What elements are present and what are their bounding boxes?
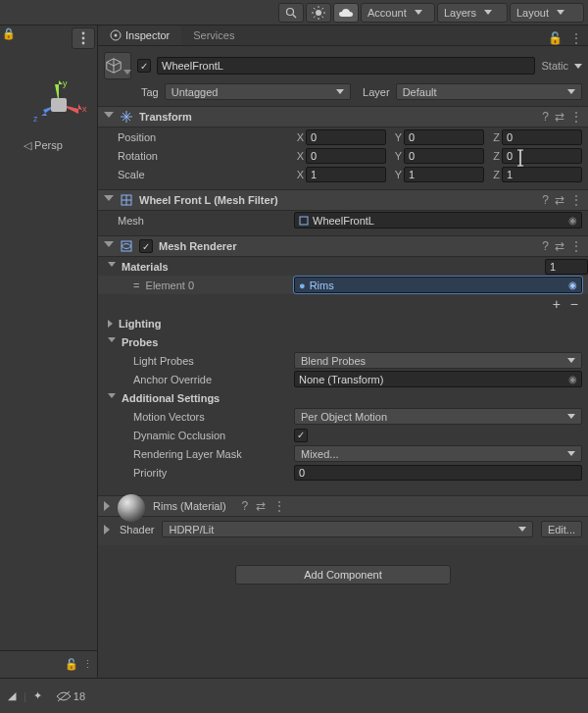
gameobject-icon[interactable]	[104, 52, 131, 79]
account-dropdown[interactable]: Account	[361, 3, 435, 23]
tool-icon[interactable]: ✦	[30, 689, 46, 702]
tab-bar: Inspector Services 🔓 ⋮	[98, 25, 588, 46]
mesh-row: Mesh WheelFrontL◉	[98, 211, 588, 229]
lighting-foldout[interactable]: Lighting	[98, 314, 588, 332]
material-preview-icon	[118, 494, 145, 522]
tag-dropdown[interactable]: Untagged	[165, 83, 351, 100]
svg-point-12	[82, 37, 85, 40]
priority-input[interactable]: 0	[294, 465, 582, 481]
lock-icon[interactable]: 🔓	[65, 658, 78, 671]
help-icon[interactable]: ?	[542, 110, 549, 124]
scale-x-input[interactable]: 1	[306, 167, 386, 182]
svg-point-13	[82, 42, 85, 45]
meshrenderer-enable-checkbox[interactable]: ✓	[139, 239, 153, 253]
renderinglayermask-row: Rendering Layer Mask Mixed...	[98, 444, 588, 463]
material-header[interactable]: Rims (Material) ? ⇄ ⋮	[98, 495, 588, 517]
shader-dropdown[interactable]: HDRP/Lit	[162, 521, 532, 537]
meshrenderer-header[interactable]: ✓ Mesh Renderer ? ⇄ ⋮	[98, 235, 588, 257]
shader-edit-button[interactable]: Edit...	[541, 521, 582, 537]
rotation-y-input[interactable]: 0	[404, 148, 484, 164]
orientation-gizmo[interactable]: y x z	[29, 75, 88, 133]
preset-icon[interactable]: ⇄	[555, 193, 564, 207]
active-checkbox[interactable]: ✓	[137, 59, 151, 73]
svg-text:x: x	[82, 104, 87, 114]
hidden-count[interactable]: 18	[56, 690, 85, 702]
rotation-x-input[interactable]: 0	[306, 148, 386, 164]
scale-row: Scale X1 Y1 Z1	[98, 165, 588, 183]
svg-point-22	[115, 34, 118, 37]
inspector-panel: Inspector Services 🔓 ⋮ ✓ WheelFrontL Sta…	[98, 25, 588, 678]
rotation-z-input[interactable]: 0	[502, 148, 582, 164]
motionvectors-dropdown[interactable]: Per Object Motion	[294, 408, 582, 425]
layout-dropdown[interactable]: Layout	[510, 3, 584, 23]
component-menu-icon[interactable]: ⋮	[273, 499, 285, 513]
meshfilter-title: Wheel Front L (Mesh Filter)	[139, 194, 278, 206]
layer-dropdown[interactable]: Default	[396, 83, 582, 100]
material-content: Shader HDRP/Lit Edit...	[98, 517, 588, 545]
preset-icon[interactable]: ⇄	[256, 499, 266, 513]
anchoroverride-row: Anchor Override None (Transform)◉	[98, 370, 588, 388]
position-x-input[interactable]: 0	[306, 129, 386, 145]
main-toolbar: Account Layers Layout	[0, 0, 588, 25]
mesh-field[interactable]: WheelFrontL◉	[294, 212, 582, 229]
component-menu-icon[interactable]: ⋮	[570, 110, 582, 124]
help-icon[interactable]: ?	[542, 193, 549, 207]
static-dropdown-icon[interactable]	[574, 64, 582, 69]
shader-label: Shader	[120, 524, 154, 535]
anchoroverride-field[interactable]: None (Transform)◉	[294, 371, 582, 387]
component-menu-icon[interactable]: ⋮	[570, 193, 582, 207]
scale-z-input[interactable]: 1	[502, 167, 582, 182]
panel-menu-icon[interactable]: ⋮	[570, 31, 582, 45]
object-picker-icon[interactable]: ◉	[568, 215, 577, 226]
lock-panel-icon[interactable]: 🔓	[548, 31, 563, 45]
tool-icon[interactable]: ◢	[4, 689, 20, 702]
object-picker-icon[interactable]: ◉	[568, 374, 577, 384]
materials-foldout[interactable]: Materials 1	[98, 257, 588, 276]
svg-text:y: y	[63, 78, 68, 88]
add-component-button[interactable]: Add Component	[235, 565, 451, 585]
scene-menu-icon[interactable]	[72, 27, 95, 49]
additional-foldout[interactable]: Additional Settings	[98, 388, 588, 407]
object-picker-icon[interactable]: ◉	[568, 280, 577, 290]
scale-y-input[interactable]: 1	[404, 167, 484, 182]
object-name-input[interactable]: WheelFrontL	[157, 57, 535, 75]
position-y-input[interactable]: 0	[404, 129, 484, 145]
help-icon[interactable]: ?	[542, 239, 549, 253]
lighting-icon[interactable]	[306, 3, 331, 23]
position-z-input[interactable]: 0	[502, 129, 582, 145]
svg-rect-20	[51, 98, 67, 112]
materials-count-input[interactable]: 1	[545, 259, 588, 275]
object-header: ✓ WheelFrontL Static	[98, 46, 588, 81]
preset-icon[interactable]: ⇄	[555, 239, 564, 253]
transform-icon	[120, 110, 133, 124]
cloud-icon[interactable]	[333, 3, 359, 23]
tab-inspector[interactable]: Inspector	[98, 25, 181, 45]
remove-material-icon[interactable]: −	[570, 296, 578, 312]
component-menu-icon[interactable]: ⋮	[570, 239, 582, 253]
material-element0-field[interactable]: ●Rims◉	[294, 277, 582, 293]
menu-icon[interactable]: ⋮	[82, 658, 93, 671]
projection-label[interactable]: ◁ Persp	[24, 139, 63, 152]
help-icon[interactable]: ?	[242, 499, 249, 513]
scene-view[interactable]: y x z ◁ Persp 🔒	[0, 25, 98, 650]
motionvectors-row: Motion Vectors Per Object Motion	[98, 407, 588, 426]
lightprobes-row: Light Probes Blend Probes	[98, 351, 588, 370]
search-icon[interactable]	[278, 3, 304, 23]
tag-label: Tag	[141, 86, 159, 98]
meshrenderer-title: Mesh Renderer	[159, 240, 236, 252]
layers-dropdown[interactable]: Layers	[437, 3, 508, 23]
renderinglayermask-dropdown[interactable]: Mixed...	[294, 445, 582, 462]
svg-line-10	[314, 16, 316, 18]
svg-line-1	[293, 15, 296, 18]
add-material-icon[interactable]: +	[553, 296, 561, 312]
lock-icon[interactable]: 🔒	[2, 27, 16, 40]
lightprobes-dropdown[interactable]: Blend Probes	[294, 352, 582, 369]
dynamicocclusion-checkbox[interactable]: ✓	[294, 429, 308, 442]
probes-foldout[interactable]: Probes	[98, 332, 588, 351]
transform-header[interactable]: Transform ? ⇄ ⋮	[98, 106, 588, 127]
preset-icon[interactable]: ⇄	[555, 110, 564, 124]
meshrenderer-icon	[120, 239, 133, 253]
tab-services[interactable]: Services	[181, 25, 246, 45]
rotation-row: Rotation X0 Y0 Z0	[98, 146, 588, 165]
meshfilter-header[interactable]: Wheel Front L (Mesh Filter) ? ⇄ ⋮	[98, 189, 588, 211]
